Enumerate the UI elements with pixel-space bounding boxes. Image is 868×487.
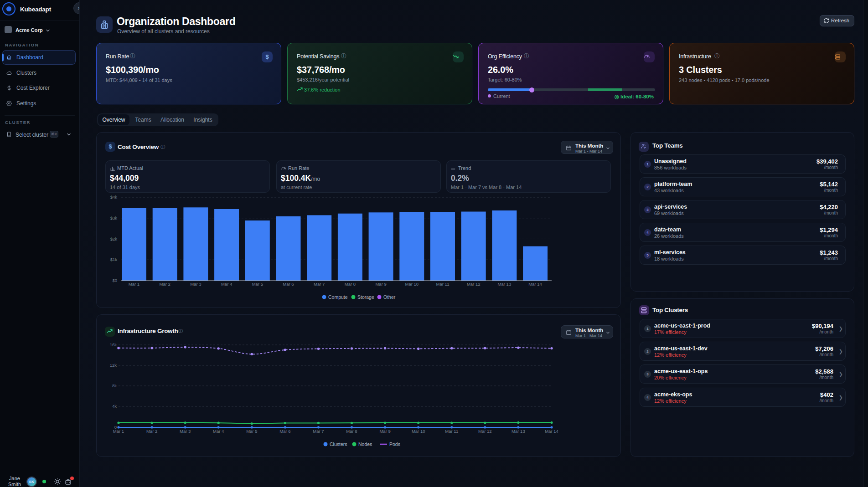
svg-text:Storage: Storage xyxy=(357,294,374,300)
svg-text:4k: 4k xyxy=(112,404,117,409)
svg-text:Mar 10: Mar 10 xyxy=(412,429,425,434)
svg-text:Mar 13: Mar 13 xyxy=(498,282,512,287)
svg-text:Mar 7: Mar 7 xyxy=(314,282,325,287)
svg-text:Mar 1: Mar 1 xyxy=(113,429,124,434)
svg-text:Mar 6: Mar 6 xyxy=(279,429,290,434)
svg-text:Mar 13: Mar 13 xyxy=(512,429,525,434)
svg-text:Mar 9: Mar 9 xyxy=(375,282,386,287)
svg-text:Mar 9: Mar 9 xyxy=(379,429,390,434)
svg-text:Mar 1: Mar 1 xyxy=(129,282,140,287)
svg-text:12k: 12k xyxy=(110,363,117,368)
svg-text:$3k: $3k xyxy=(110,215,118,220)
svg-text:$4k: $4k xyxy=(110,195,118,200)
svg-text:Mar 8: Mar 8 xyxy=(345,282,356,287)
svg-text:Mar 12: Mar 12 xyxy=(467,282,480,287)
svg-text:8k: 8k xyxy=(112,383,117,388)
svg-text:Mar 10: Mar 10 xyxy=(405,282,419,287)
svg-text:$2k: $2k xyxy=(110,236,118,241)
svg-text:Mar 14: Mar 14 xyxy=(545,429,558,434)
svg-text:Mar 2: Mar 2 xyxy=(160,282,170,287)
svg-text:$1k: $1k xyxy=(110,257,118,262)
svg-text:Mar 11: Mar 11 xyxy=(436,282,450,287)
svg-text:Mar 11: Mar 11 xyxy=(445,429,458,434)
svg-text:Mar 7: Mar 7 xyxy=(313,429,324,434)
svg-text:Clusters: Clusters xyxy=(330,441,347,447)
svg-text:Mar 8: Mar 8 xyxy=(346,429,357,434)
svg-text:Compute: Compute xyxy=(328,294,348,300)
svg-text:Mar 2: Mar 2 xyxy=(146,429,157,434)
svg-text:16k: 16k xyxy=(110,342,117,347)
svg-text:Mar 6: Mar 6 xyxy=(283,282,294,287)
svg-text:Mar 12: Mar 12 xyxy=(478,429,492,434)
svg-text:Pods: Pods xyxy=(389,441,400,447)
svg-text:Mar 4: Mar 4 xyxy=(213,429,224,434)
svg-text:Mar 3: Mar 3 xyxy=(190,282,201,287)
svg-text:Mar 5: Mar 5 xyxy=(252,282,263,287)
svg-text:Mar 14: Mar 14 xyxy=(528,282,542,287)
svg-text:$0: $0 xyxy=(112,278,117,283)
svg-text:Mar 4: Mar 4 xyxy=(221,282,232,287)
svg-text:Nodes: Nodes xyxy=(358,441,372,447)
svg-text:Mar 3: Mar 3 xyxy=(180,429,191,434)
svg-text:Mar 5: Mar 5 xyxy=(246,429,257,434)
svg-text:Other: Other xyxy=(383,294,396,300)
